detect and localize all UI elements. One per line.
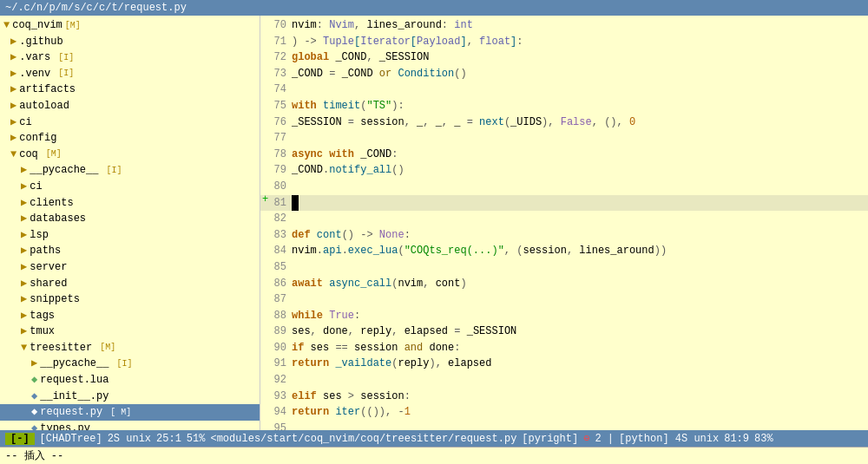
insert-mode-bar: -- 插入 -- <box>0 447 868 464</box>
file-py-icon: ◆ <box>31 421 37 430</box>
folder-icon: ▶ <box>10 114 16 131</box>
folder-icon: ▼ <box>3 17 10 34</box>
code-line-83: 83 def cont() -> None: <box>260 227 868 244</box>
branch-info: [CHADTree] <box>40 433 102 445</box>
item-label: coq <box>19 147 38 163</box>
item-label: __pycache__ <box>30 162 98 179</box>
item-label: treesitter <box>30 340 92 356</box>
code-line-81: 81 <box>260 195 868 212</box>
status-bar: [-] [CHADTree] 2S unix 25:1 51% <modules… <box>0 430 868 447</box>
sidebar-item-venv[interactable]: ▶ .venv [I] <box>0 66 260 82</box>
code-line-87: 87 <box>260 291 868 308</box>
sidebar-item-config[interactable]: ▶ config <box>0 130 260 147</box>
folder-icon: ▶ <box>21 291 27 308</box>
item-label: config <box>19 130 56 147</box>
item-label: ci <box>30 179 42 195</box>
folder-icon: ▶ <box>31 356 37 372</box>
sidebar-item-snippets[interactable]: ▶ snippets <box>0 291 260 308</box>
sidebar-item-autoload[interactable]: ▶ autoload <box>0 98 260 114</box>
sidebar-item-databases[interactable]: ▶ databases <box>0 211 260 227</box>
folder-icon: ▶ <box>21 195 27 212</box>
sidebar-item-coq[interactable]: ▼ coq [M] <box>0 147 260 163</box>
file-path: <modules/start/coq_nvim/coq/treesitter/r… <box>210 433 516 445</box>
sidebar-item-ci[interactable]: ▶ ci <box>0 114 260 131</box>
code-line-78: 78 async with _COND: <box>260 147 868 163</box>
sidebar-item-init-py[interactable]: ◆ __init__.py <box>0 389 260 405</box>
code-line-80: 80 <box>260 179 868 195</box>
folder-icon: ▶ <box>10 98 16 114</box>
file-py-icon: ◆ <box>31 389 37 405</box>
folder-icon: ▶ <box>21 308 27 324</box>
code-line-91: 91 return _vaildate(reply), elapsed <box>260 356 868 372</box>
folder-icon: ▶ <box>21 179 27 195</box>
code-line-74: 74 <box>260 82 868 98</box>
item-label: .github <box>19 34 62 50</box>
sidebar-item-treesitter[interactable]: ▼ treesitter [M] <box>0 340 260 356</box>
folder-icon: ▶ <box>21 243 27 259</box>
item-label: tmux <box>30 323 55 340</box>
folder-icon: ▶ <box>21 211 27 227</box>
sidebar-item-shared[interactable]: ▶ shared <box>0 276 260 292</box>
code-line-82: 82 <box>260 211 868 227</box>
item-label: server <box>30 259 67 276</box>
scroll-percent: 51% <box>187 433 206 445</box>
sidebar-item-github[interactable]: ▶ .github <box>0 34 260 50</box>
folder-icon: ▶ <box>10 82 16 98</box>
item-label: .venv <box>19 66 50 82</box>
file-tree[interactable]: ▼ coq_nvim [M] ▶ .github ▶ .vars [I] ▶ .… <box>0 16 260 430</box>
sidebar-item-ci2[interactable]: ▶ ci <box>0 179 260 195</box>
item-label: __init__.py <box>40 389 108 405</box>
insert-mode-text: -- 插入 -- <box>5 450 63 462</box>
error-icon: ⊖ <box>583 432 589 445</box>
sidebar-item-artifacts[interactable]: ▶ artifacts <box>0 82 260 98</box>
item-label: snippets <box>30 291 80 308</box>
item-label: paths <box>30 243 61 259</box>
sidebar-item-server[interactable]: ▶ server <box>0 259 260 276</box>
code-line-72: 72 global _COND, _SESSION <box>260 49 868 66</box>
folder-icon: ▶ <box>10 66 16 82</box>
code-line-76: 76 _SESSION = session, _, _, _ = next(_U… <box>260 114 868 131</box>
lsp-info: [pyright] <box>522 433 578 445</box>
cursor-detail: 81:9 <box>724 433 749 445</box>
folder-icon: ▶ <box>21 227 27 244</box>
zoom-level: 83% <box>754 433 773 445</box>
code-editor[interactable]: + 70 nvim: Nvim, lines_around: int 71 ) … <box>260 16 868 430</box>
file-lua-icon: ◆ <box>31 372 37 389</box>
code-line-85: 85 <box>260 259 868 276</box>
folder-icon: ▶ <box>21 162 27 179</box>
code-line-79: 79 _COND.notify_all() <box>260 162 868 179</box>
item-label: ci <box>19 114 31 131</box>
code-line-93: 93 elif ses > session: <box>260 389 868 405</box>
item-label: types.py <box>40 421 90 430</box>
folder-icon: ▶ <box>10 130 16 147</box>
code-line-94: 94 return iter(()), -1 <box>260 404 868 421</box>
code-line-77: 77 <box>260 130 868 147</box>
sidebar-item-clients[interactable]: ▶ clients <box>0 195 260 212</box>
sidebar-item-coq-nvim[interactable]: ▼ coq_nvim [M] <box>0 17 260 34</box>
code-line-73: 73 _COND = _COND or Condition() <box>260 66 868 82</box>
file-info: 2S unix <box>108 433 151 445</box>
folder-icon: ▶ <box>10 49 16 66</box>
code-line-95: 95 <box>260 421 868 430</box>
folder-icon: ▶ <box>21 323 27 340</box>
lang-info: [python] 4S unix <box>619 433 719 445</box>
sidebar-item-tmux[interactable]: ▶ tmux <box>0 323 260 340</box>
code-line-84: 84 nvim.api.exec_lua("COQts_req(...)", (… <box>260 243 868 259</box>
folder-icon: ▶ <box>21 259 27 276</box>
sidebar-item-lsp[interactable]: ▶ lsp <box>0 227 260 244</box>
code-line-90: 90 if ses == session and done: <box>260 340 868 356</box>
sidebar-item-request-lua[interactable]: ◆ request.lua <box>0 372 260 389</box>
folder-icon: ▼ <box>21 340 27 356</box>
sidebar-item-types-py[interactable]: ◆ types.py <box>0 421 260 430</box>
sidebar-item-tags[interactable]: ▶ tags <box>0 308 260 324</box>
sidebar-item-vars[interactable]: ▶ .vars [I] <box>0 49 260 66</box>
vim-mode: [-] <box>5 433 35 445</box>
item-label: request.py <box>40 404 102 421</box>
sidebar-item-request-py[interactable]: ◆ request.py [ M] <box>0 404 260 421</box>
error-count: 2 | <box>595 433 614 445</box>
sidebar-item-paths[interactable]: ▶ paths <box>0 243 260 259</box>
sidebar-item-pycache-tree[interactable]: ▶ __pycache__ [I] <box>0 356 260 372</box>
item-label: tags <box>30 308 55 324</box>
item-label: clients <box>30 195 73 212</box>
sidebar-item-pycache-coq[interactable]: ▶ __pycache__ [I] <box>0 162 260 179</box>
